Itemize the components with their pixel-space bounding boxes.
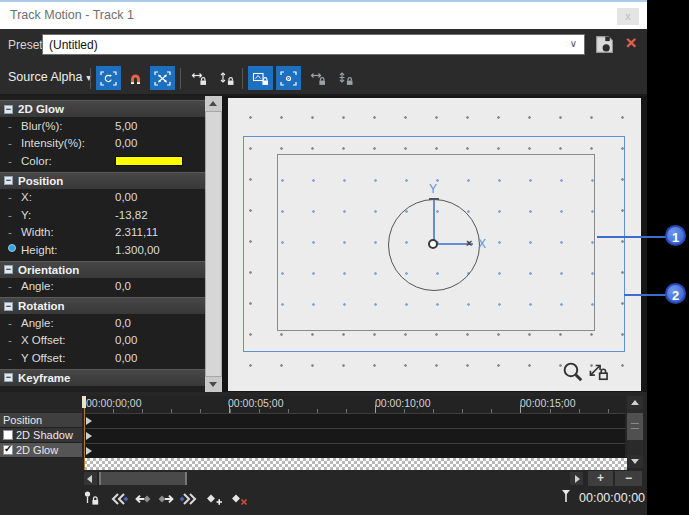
property-row[interactable]: Angle: 0,0 bbox=[0, 314, 205, 332]
x-axis-label: X bbox=[478, 237, 486, 251]
first-keyframe-button[interactable] bbox=[108, 490, 130, 508]
property-row[interactable]: Y: -13,82 bbox=[0, 206, 205, 224]
keyframe-row[interactable] bbox=[84, 413, 625, 428]
property-label: Rotation bbox=[18, 300, 65, 312]
property-value[interactable]: 0,0 bbox=[115, 317, 131, 329]
insert-keyframe-button[interactable] bbox=[202, 490, 224, 508]
last-keyframe-button[interactable] bbox=[178, 490, 200, 508]
collapse-icon[interactable] bbox=[4, 176, 13, 185]
lock-horizontal-aspect-button[interactable] bbox=[186, 66, 211, 90]
property-row[interactable]: Width: 2.311,11 bbox=[0, 224, 205, 242]
diagonal-arrow-lock-icon bbox=[586, 360, 610, 382]
keyframe-marker-icon[interactable] bbox=[86, 432, 92, 440]
prevent-vertical-movement-button[interactable] bbox=[333, 66, 358, 90]
edit-lock-button[interactable] bbox=[586, 360, 610, 386]
origin-handle[interactable] bbox=[428, 239, 438, 249]
property-value[interactable]: 0,00 bbox=[115, 352, 137, 364]
sync-cursor-button[interactable] bbox=[82, 490, 104, 508]
property-row[interactable]: X Offset: 0,00 bbox=[0, 332, 205, 350]
lock-vertical-aspect-button[interactable] bbox=[214, 66, 239, 90]
zoom-out-time-button[interactable] bbox=[615, 471, 642, 486]
property-value[interactable]: 5,00 bbox=[115, 120, 137, 132]
property-value[interactable]: -13,82 bbox=[115, 209, 148, 221]
properties-scrollbar[interactable] bbox=[205, 96, 222, 392]
scroll-up-button[interactable] bbox=[627, 396, 643, 409]
timeline-track-label[interactable]: Position bbox=[0, 413, 82, 428]
zoom-in-time-button[interactable] bbox=[588, 471, 613, 486]
property-value[interactable]: 2.311,11 bbox=[115, 226, 158, 238]
arrow-right-diamond-icon bbox=[157, 492, 175, 506]
keyframe-timeline: 00:00:00;0000:00:05;0000:00:10;0000:00:1… bbox=[0, 392, 647, 515]
timeline-track-label[interactable]: 2D Glow bbox=[0, 443, 82, 458]
delete-keyframe-button[interactable] bbox=[227, 490, 249, 508]
keyframe-rows[interactable] bbox=[84, 413, 625, 458]
property-row[interactable]: Position bbox=[0, 172, 205, 189]
y-axis-line[interactable] bbox=[433, 199, 435, 244]
track-name: Position bbox=[3, 414, 42, 426]
timeline-cursor-head[interactable] bbox=[82, 396, 86, 408]
prevent-scaling-button[interactable] bbox=[276, 66, 301, 90]
collapse-icon[interactable] bbox=[4, 105, 13, 114]
scroll-up-button[interactable] bbox=[205, 96, 222, 111]
property-value[interactable]: 0,00 bbox=[115, 137, 137, 149]
prevent-movement-button[interactable] bbox=[248, 66, 273, 90]
property-row[interactable]: Rotation bbox=[0, 297, 205, 314]
collapse-icon[interactable] bbox=[4, 302, 13, 311]
keyframe-row[interactable] bbox=[84, 428, 625, 443]
delete-preset-button[interactable] bbox=[619, 31, 643, 55]
preset-combobox[interactable]: (Untitled) bbox=[42, 34, 585, 55]
property-value[interactable]: 0,00 bbox=[115, 191, 137, 203]
arrow-up-icon bbox=[631, 400, 639, 405]
scroll-left-button[interactable] bbox=[84, 472, 97, 485]
property-row[interactable]: Intensity(%): 0,00 bbox=[0, 135, 205, 153]
source-alpha-dropdown[interactable]: Source Alpha bbox=[8, 70, 91, 84]
ruler-timecode: 00:00:05;00 bbox=[228, 397, 283, 409]
property-row[interactable]: Y Offset: 0,00 bbox=[0, 349, 205, 367]
vertical-scrollbar-thumb[interactable] bbox=[627, 413, 643, 440]
preset-value: (Untitled) bbox=[49, 38, 98, 52]
property-value[interactable]: 0,0 bbox=[115, 280, 131, 292]
scroll-down-button[interactable] bbox=[205, 377, 222, 392]
scroll-down-button[interactable] bbox=[627, 455, 643, 468]
scrollbar-thumb[interactable] bbox=[205, 111, 222, 377]
collapse-icon[interactable] bbox=[4, 265, 13, 274]
four-arrows-icon bbox=[154, 71, 171, 86]
horizontal-scrollbar-thumb[interactable] bbox=[99, 472, 187, 485]
close-window-button[interactable]: x bbox=[617, 8, 639, 25]
property-row[interactable]: X: 0,00 bbox=[0, 189, 205, 207]
property-label: Position bbox=[18, 175, 63, 187]
enable-rotation-button[interactable] bbox=[96, 66, 121, 90]
property-row[interactable]: Orientation bbox=[0, 261, 205, 278]
track-enable-checkbox[interactable] bbox=[3, 430, 13, 440]
track-enable-checkbox[interactable] bbox=[3, 445, 13, 455]
zoom-tool-button[interactable] bbox=[562, 361, 584, 387]
time-ruler[interactable]: 00:00:00;0000:00:05;0000:00:10;0000:00:1… bbox=[84, 396, 625, 413]
save-preset-button[interactable] bbox=[594, 34, 616, 56]
timeline-track-label[interactable]: 2D Shadow bbox=[0, 428, 82, 443]
chevron-down-icon[interactable] bbox=[570, 38, 577, 49]
property-row[interactable]: Keyframe bbox=[0, 369, 205, 386]
keyframe-marker-icon[interactable] bbox=[86, 417, 92, 425]
scroll-right-button[interactable] bbox=[570, 472, 583, 485]
prevent-horizontal-movement-button[interactable] bbox=[305, 66, 330, 90]
next-keyframe-button[interactable] bbox=[155, 490, 177, 508]
property-row[interactable]: 2D Glow bbox=[0, 100, 205, 117]
motion-canvas[interactable]: Y X bbox=[228, 98, 641, 391]
property-row[interactable]: Blur(%): 5,00 bbox=[0, 117, 205, 135]
property-value[interactable]: 1.300,00 bbox=[115, 244, 160, 256]
enable-snapping-button[interactable] bbox=[123, 66, 148, 90]
collapse-icon[interactable] bbox=[4, 373, 13, 382]
previous-keyframe-button[interactable] bbox=[132, 490, 154, 508]
property-row[interactable]: Angle: 0,0 bbox=[0, 278, 205, 296]
property-value[interactable]: 0,00 bbox=[115, 334, 137, 346]
x-axis-handle-icon[interactable] bbox=[466, 237, 472, 249]
property-label: Orientation bbox=[18, 264, 79, 276]
frame-lock-icon bbox=[252, 71, 270, 86]
property-row[interactable]: Height: 1.300,00 bbox=[0, 241, 205, 259]
keyframe-marker-icon[interactable] bbox=[86, 447, 92, 455]
edit-in-object-space-button[interactable] bbox=[150, 66, 175, 90]
property-bullet-icon bbox=[8, 226, 21, 238]
keyframe-row[interactable] bbox=[84, 443, 625, 458]
property-row[interactable]: Color: bbox=[0, 152, 205, 170]
color-swatch[interactable] bbox=[115, 156, 183, 166]
